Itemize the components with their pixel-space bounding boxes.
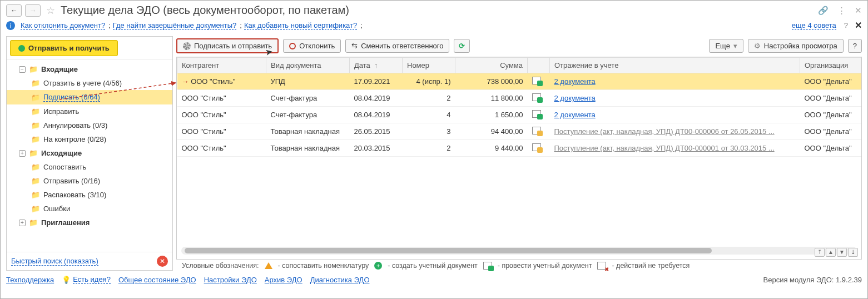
legend-create-icon: + (374, 262, 382, 270)
edo-archive-link[interactable]: Архив ЭДО (265, 276, 302, 284)
help-button[interactable]: ? (848, 39, 862, 53)
tree-item[interactable]: 📁Подписать (6/64) (7, 90, 172, 104)
col-date[interactable]: Дата ↑ (350, 58, 403, 73)
scroll-up-button[interactable]: ▲ (826, 248, 836, 257)
legend-post-icon (483, 262, 492, 270)
more-label: Еще (715, 42, 730, 50)
tree-item[interactable]: 📁На контроле (0/28) (7, 132, 172, 146)
cell-counterparty: ООО "Стиль" (177, 90, 266, 107)
col-counterparty[interactable]: Контрагент (177, 58, 266, 73)
support-link[interactable]: Техподдержка (6, 276, 54, 284)
reflection-link[interactable]: 2 документа (554, 94, 596, 102)
folder-icon: 📁 (31, 79, 40, 87)
tree-item-label: На контроле (0/28) (43, 135, 106, 143)
col-status-icon[interactable] (528, 58, 550, 73)
tips-help-icon[interactable]: ? (844, 21, 848, 29)
nav-back-button[interactable]: ← (6, 4, 22, 17)
kebab-menu-icon[interactable]: ⋮ (837, 6, 846, 16)
table-row[interactable]: ООО "Стиль"Счет-фактура08.04.2019211 800… (177, 90, 861, 107)
edo-diagnostics-link[interactable]: Диагностика ЭДО (310, 276, 370, 284)
table-row[interactable]: ООО "Стиль"Товарная накладная26.05.20153… (177, 123, 861, 140)
tree-item-label: Отразить в учете (4/56) (43, 79, 122, 87)
status-icon (532, 143, 541, 151)
gear-icon: ⚙ (754, 42, 761, 50)
tree-item-label: Исправить (43, 107, 79, 116)
col-sum[interactable]: Сумма (455, 58, 528, 73)
col-number[interactable]: Номер (403, 58, 455, 73)
tree-item-label: Отправить (0/16) (43, 177, 100, 185)
tree-item[interactable]: 📁Сопоставить (7, 160, 172, 174)
col-doctype[interactable]: Вид документа (266, 58, 350, 73)
reflection-link[interactable]: 2 документа (554, 77, 596, 86)
edo-settings-link[interactable]: Настройки ЭДО (204, 276, 257, 284)
tip-link-completed[interactable]: Где найти завершённые документы? (113, 21, 237, 30)
cell-sum: 11 800,00 (455, 90, 528, 107)
edo-status-link[interactable]: Общее состояние ЭДО (118, 276, 196, 284)
status-icon (532, 77, 541, 84)
scroll-top-button[interactable]: ⤒ (815, 248, 825, 257)
tree-expander-icon[interactable]: + (19, 220, 26, 226)
tree-item[interactable]: 📁Ошибки (7, 202, 172, 216)
cell-date: 08.04.2019 (350, 90, 403, 107)
reflection-link[interactable]: 2 документа (554, 111, 596, 119)
clear-filter-button[interactable]: ✕ (157, 256, 168, 267)
send-receive-button[interactable]: Отправить и получить (10, 40, 118, 56)
cell-org: ООО "Дельта" (800, 73, 861, 90)
scroll-bottom-button[interactable]: ⤓ (848, 248, 858, 257)
documents-table: Контрагент Вид документа Дата ↑ Номер Су… (177, 57, 861, 157)
legend-item-2: - создать учетный документ (388, 262, 477, 270)
favorite-star-icon[interactable]: ☆ (46, 4, 55, 17)
reflection-link[interactable]: Поступление (акт, накладная, УПД) ДТ00-0… (554, 144, 775, 152)
tip-link-certificate[interactable]: Как добавить новый сертификат? (244, 21, 357, 30)
tree-item[interactable]: 📁Аннулировать (0/3) (7, 118, 172, 132)
cell-date: 20.03.2015 (350, 140, 403, 157)
table-row[interactable]: ООО "Стиль"Товарная накладная20.03.20152… (177, 140, 861, 157)
reject-button[interactable]: Отклонить (283, 39, 341, 53)
more-menu-button[interactable]: Еще ▾ (709, 39, 743, 53)
nav-forward-button[interactable]: → (25, 4, 41, 17)
tree-item[interactable]: 📁Отправить (0/16) (7, 174, 172, 188)
cell-doctype: Товарная накладная (266, 123, 350, 140)
cell-counterparty: ООО "Стиль" (177, 140, 266, 157)
cell-number: 4 (403, 107, 455, 123)
idea-link[interactable]: Есть идея? (73, 275, 111, 284)
sign-and-send-button[interactable]: Подписать и отправить (176, 38, 279, 53)
send-receive-label: Отправить и получить (28, 44, 110, 52)
close-window-icon[interactable]: ✕ (855, 6, 862, 16)
tip-link-reject[interactable]: Как отклонить документ? (21, 21, 105, 30)
col-org[interactable]: Организация (800, 58, 861, 73)
tree-expander-icon[interactable]: − (19, 66, 26, 73)
table-row[interactable]: → ООО "Стиль"УПД17.09.20214 (испр. 1)738… (177, 73, 861, 90)
tree-item[interactable]: 📁Исправить (7, 104, 172, 118)
refresh-icon: ⟳ (459, 42, 465, 50)
tree-item[interactable]: +📁Приглашения (7, 216, 172, 230)
tree-item[interactable]: 📁Отразить в учете (4/56) (7, 76, 172, 90)
folder-icon: 📁 (29, 218, 38, 227)
cell-reflection: Поступление (акт, накладная, УПД) ДТ00-0… (550, 123, 800, 140)
table-row[interactable]: ООО "Стиль"Счет-фактура08.04.201941 650,… (177, 107, 861, 123)
legend-item-1: - сопоставить номенклатуру (278, 262, 369, 270)
reject-icon (289, 43, 296, 49)
folder-icon: 📁 (31, 163, 40, 171)
refresh-button[interactable]: ⟳ (454, 39, 470, 53)
reflection-link[interactable]: Поступление (акт, накладная, УПД) ДТ00-0… (554, 127, 775, 136)
cell-date: 26.05.2015 (350, 123, 403, 140)
tips-close-icon[interactable]: ✕ (855, 20, 862, 31)
idea-bulb-icon: 💡 (62, 276, 71, 284)
legend-item-4: - действий не требуется (612, 262, 690, 270)
scroll-down-button[interactable]: ▼ (837, 248, 847, 257)
tips-more-link[interactable]: еще 4 совета (792, 21, 836, 30)
reassign-button[interactable]: Сменить ответственного (345, 39, 449, 53)
view-settings-button[interactable]: ⚙ Настройка просмотра (748, 39, 844, 53)
tree-item[interactable]: +📁Исходящие (7, 146, 172, 160)
tree-item[interactable]: 📁Распаковать (3/10) (7, 188, 172, 202)
info-icon: i (6, 21, 15, 30)
quick-search-link[interactable]: Быстрый поиск (показать) (11, 257, 98, 266)
reject-label: Отклонить (299, 42, 335, 50)
horizontal-scrollbar[interactable] (181, 247, 857, 255)
col-reflection[interactable]: Отражение в учете (550, 58, 800, 73)
tree-expander-icon[interactable]: + (19, 150, 26, 157)
legend-item-3: - провести учетный документ (498, 262, 592, 270)
tree-item[interactable]: −📁Входящие (7, 62, 172, 76)
link-icon[interactable]: 🔗 (818, 6, 829, 16)
